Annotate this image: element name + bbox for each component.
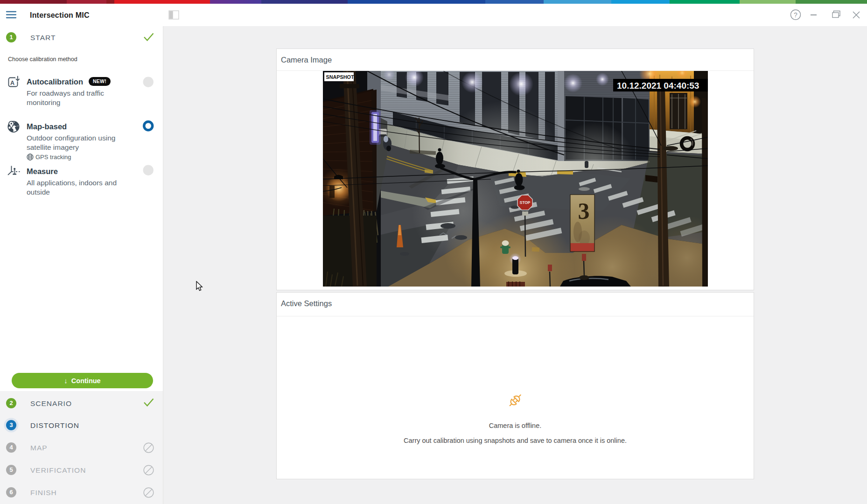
svg-text:STOP: STOP (520, 200, 531, 205)
svg-text:?: ? (794, 11, 797, 19)
svg-text:3: 3 (578, 198, 590, 224)
svg-text:SNAPSHOT: SNAPSHOT (326, 74, 354, 80)
svg-text:10.12.2021 04:40:53: 10.12.2021 04:40:53 (617, 81, 699, 91)
svg-text:A: A (10, 80, 14, 86)
